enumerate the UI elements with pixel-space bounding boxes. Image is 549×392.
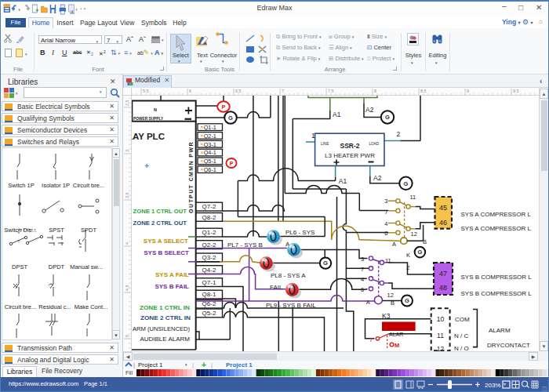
svg-text:G: G — [323, 260, 328, 267]
svg-text:SPST: SPST — [49, 227, 64, 234]
svg-text:LOAD: LOAD — [369, 142, 379, 146]
svg-text:Q1-1: Q1-1 — [204, 124, 216, 131]
svg-text:Residual c...: Residual c... — [38, 303, 71, 310]
svg-text:ZONE 1 CTRL IN: ZONE 1 CTRL IN — [140, 304, 190, 311]
svg-text:Q6-1: Q6-1 — [204, 166, 216, 173]
svg-text:ARM (UNSILENCED): ARM (UNSILENCED) — [133, 325, 190, 332]
svg-text:10: 10 — [437, 315, 445, 323]
svg-text:Make Cont...: Make Cont... — [75, 303, 108, 310]
svg-text:ZONE 2 CTRL IN: ZONE 2 CTRL IN — [140, 314, 191, 321]
svg-text:2.5: 2.5 — [125, 100, 129, 106]
svg-text:A: A — [366, 299, 370, 306]
svg-text:PL7 - SYS B: PL7 - SYS B — [227, 241, 263, 249]
svg-text:POWER SUPPLY: POWER SUPPLY — [133, 117, 164, 121]
svg-text:AUDIBLE ALARM: AUDIBLE ALARM — [140, 336, 190, 343]
svg-text:SYS B SELECT: SYS B SELECT — [144, 249, 189, 256]
svg-text:Q3-1: Q3-1 — [204, 141, 216, 148]
svg-text:Q7-1: Q7-1 — [202, 279, 216, 286]
svg-text:N: N — [154, 107, 157, 112]
svg-text:L3 HEATER PWR: L3 HEATER PWR — [325, 152, 375, 159]
svg-text:Q8-1: Q8-1 — [202, 291, 216, 298]
svg-text:▾: ▾ — [76, 7, 78, 12]
svg-text:Q4-1: Q4-1 — [204, 149, 216, 156]
svg-text:LINE: LINE — [321, 142, 329, 146]
svg-text:Q5-2: Q5-2 — [202, 310, 216, 317]
svg-text:Q2-2: Q2-2 — [202, 241, 216, 249]
svg-text:6: 6 — [189, 89, 191, 93]
svg-text:Manual sw...: Manual sw... — [70, 263, 103, 270]
svg-text:6: 6 — [384, 230, 387, 237]
svg-text:N / C: N / C — [454, 332, 468, 339]
svg-text:6: 6 — [361, 286, 364, 293]
svg-text:OUTPUT CMMN PWR: OUTPUT CMMN PWR — [188, 141, 194, 213]
svg-text:COM: COM — [455, 316, 470, 323]
svg-text:3: 3 — [384, 198, 387, 205]
svg-text:FAIL: FAIL — [270, 284, 283, 291]
svg-text:Q5-1: Q5-1 — [204, 158, 216, 165]
svg-text:9: 9 — [467, 89, 469, 93]
svg-text:6.5: 6.5 — [235, 89, 242, 93]
svg-text:Q2-1: Q2-1 — [204, 132, 216, 140]
svg-text:PL8 - SYS A: PL8 - SYS A — [271, 272, 306, 279]
svg-text:12: 12 — [411, 230, 417, 238]
svg-text:4.5: 4.5 — [125, 285, 129, 291]
svg-text:Switch Dis...: Switch Dis... — [4, 227, 36, 234]
svg-text:4: 4 — [125, 242, 129, 245]
svg-text:SSR-2: SSR-2 — [340, 142, 359, 150]
svg-text:SYS A COMPRESSOR L: SYS A COMPRESSOR L — [461, 225, 532, 232]
svg-text:DRYCONTACT: DRYCONTACT — [487, 342, 530, 349]
svg-text:ZONE 1 CTRL OUT: ZONE 1 CTRL OUT — [133, 208, 187, 215]
svg-text:48: 48 — [439, 284, 447, 292]
svg-text:47: 47 — [439, 270, 447, 278]
svg-text:A2: A2 — [373, 174, 382, 182]
svg-text:1: 1 — [311, 132, 315, 140]
svg-text:SYS A SELECT: SYS A SELECT — [144, 238, 188, 245]
svg-text:Q7-2: Q7-2 — [202, 203, 216, 210]
svg-text:G: G — [417, 249, 422, 256]
svg-text:▾: ▾ — [18, 7, 20, 12]
svg-text:45: 45 — [439, 204, 447, 212]
svg-text:A: A — [392, 241, 396, 248]
svg-text:DPST: DPST — [12, 263, 27, 270]
svg-text:12: 12 — [387, 292, 394, 299]
svg-text:LAY PLC: LAY PLC — [132, 132, 165, 141]
svg-text:3: 3 — [125, 150, 129, 152]
svg-text:7.5: 7.5 — [328, 89, 334, 93]
svg-text:PL6 - SYS: PL6 - SYS — [285, 229, 314, 236]
svg-text:203%: 203% — [485, 382, 500, 389]
svg-text:9.5: 9.5 — [513, 89, 519, 93]
svg-text:Q1-2: Q1-2 — [202, 229, 216, 236]
svg-text:Q3-2: Q3-2 — [202, 254, 216, 261]
svg-text:SYS B COMPRESSOR L: SYS B COMPRESSOR L — [461, 274, 533, 281]
svg-text:8.5: 8.5 — [420, 89, 427, 93]
svg-text:SPDT: SPDT — [81, 227, 96, 234]
svg-text:SYS A FAIL: SYS A FAIL — [155, 271, 189, 278]
svg-text:11: 11 — [437, 332, 444, 339]
svg-text:N / O: N / O — [454, 345, 469, 352]
svg-text:SYS B COMPRESSOR L: SYS B COMPRESSOR L — [461, 290, 533, 297]
svg-text:DPDT: DPDT — [49, 263, 65, 270]
svg-text:G: G — [404, 180, 409, 187]
svg-text:A1: A1 — [339, 177, 347, 185]
svg-text:7: 7 — [384, 209, 387, 216]
svg-text:SYS A COMPRESSOR L: SYS A COMPRESSOR L — [461, 211, 532, 218]
svg-text:5.5: 5.5 — [143, 89, 149, 93]
svg-text:▾: ▾ — [16, 91, 18, 96]
svg-text:Circuit bre...: Circuit bre... — [5, 303, 36, 310]
svg-text:4: 4 — [361, 276, 364, 283]
svg-text:7: 7 — [361, 266, 364, 273]
svg-text:3: 3 — [361, 256, 364, 263]
svg-text:46: 46 — [439, 219, 447, 227]
svg-text:7: 7 — [369, 336, 373, 343]
svg-text:Q8-2: Q8-2 — [202, 214, 216, 221]
svg-text:11: 11 — [410, 194, 416, 201]
svg-text:▾: ▾ — [504, 382, 506, 387]
svg-text:8: 8 — [374, 89, 376, 93]
svg-text:Switch 1P: Switch 1P — [8, 182, 34, 189]
svg-text:SYS B FAIL: SYS B FAIL — [155, 283, 189, 290]
svg-text:K: K — [406, 252, 410, 259]
svg-text:PL9 - SYS B FAIL: PL9 - SYS B FAIL — [266, 302, 316, 309]
svg-text:G: G — [405, 297, 409, 304]
svg-text:▾: ▾ — [84, 6, 86, 11]
svg-text:•: • — [81, 5, 82, 11]
